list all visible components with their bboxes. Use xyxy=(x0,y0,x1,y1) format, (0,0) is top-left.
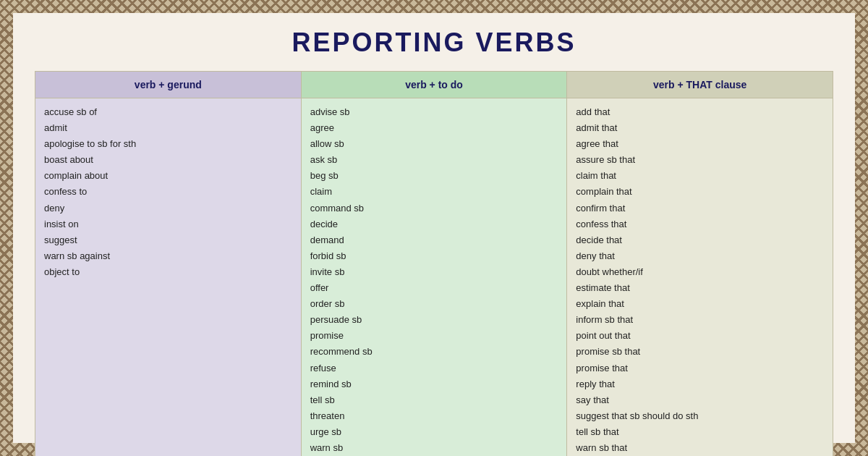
list-item: admit that xyxy=(576,120,824,136)
col-header-gerund: verb + gerund xyxy=(35,72,301,98)
list-item: doubt whether/if xyxy=(576,264,824,280)
list-item: complain about xyxy=(44,168,292,184)
list-item: agree xyxy=(310,120,558,136)
list-item: offer xyxy=(310,280,558,296)
col-body-gerund: accuse sb ofadmitapologise to sb for sth… xyxy=(35,98,301,456)
list-item: promise that xyxy=(576,360,824,376)
list-item: accuse sb of xyxy=(44,104,292,120)
list-item: advise sb xyxy=(310,104,558,120)
list-item: beg sb xyxy=(310,168,558,184)
list-item: remind sb xyxy=(310,376,558,392)
list-item: warn sb against xyxy=(44,248,292,264)
list-item: order sb xyxy=(310,296,558,312)
list-item: reply that xyxy=(576,376,824,392)
list-item: tell sb xyxy=(310,392,558,408)
col-header-that: verb + THAT clause xyxy=(567,72,833,98)
list-item: assure sb that xyxy=(576,152,824,168)
list-item: suggest xyxy=(44,232,292,248)
list-item: object to xyxy=(44,264,292,280)
list-item: deny that xyxy=(576,248,824,264)
list-item: add that xyxy=(576,104,824,120)
list-item: recommend sb xyxy=(310,344,558,360)
list-item: command sb xyxy=(310,200,558,216)
list-item: threaten xyxy=(310,408,558,424)
list-item: apologise to sb for sth xyxy=(44,136,292,152)
list-item: tell sb that xyxy=(576,424,824,440)
list-item: ask sb xyxy=(310,152,558,168)
list-item: confess that xyxy=(576,216,824,232)
list-item: confirm that xyxy=(576,200,824,216)
list-item: boast about xyxy=(44,152,292,168)
list-item: insist on xyxy=(44,216,292,232)
list-item: confess to xyxy=(44,184,292,200)
list-item: decide that xyxy=(576,232,824,248)
list-item: admit xyxy=(44,120,292,136)
col-body-that: add thatadmit thatagree thatassure sb th… xyxy=(567,98,833,456)
list-item: urge sb xyxy=(310,424,558,440)
list-item: deny xyxy=(44,200,292,216)
column-that: verb + THAT clause add thatadmit thatagr… xyxy=(567,72,833,456)
list-item: decide xyxy=(310,216,558,232)
list-item: point out that xyxy=(576,328,824,344)
list-item: warn sb that xyxy=(576,440,824,456)
list-item: forbid sb xyxy=(310,248,558,264)
list-item: invite sb xyxy=(310,264,558,280)
list-item: say that xyxy=(576,392,824,408)
list-item: demand xyxy=(310,232,558,248)
list-item: agree that xyxy=(576,136,824,152)
list-item: allow sb xyxy=(310,136,558,152)
list-item: warn sb xyxy=(310,440,558,456)
list-item: refuse xyxy=(310,360,558,376)
list-item: promise sb that xyxy=(576,344,824,360)
list-item: inform sb that xyxy=(576,312,824,328)
column-todo: verb + to do advise sbagreeallow sbask s… xyxy=(302,72,568,456)
col-body-todo: advise sbagreeallow sbask sbbeg sbclaimc… xyxy=(302,98,567,456)
list-item: complain that xyxy=(576,184,824,200)
col-header-todo: verb + to do xyxy=(302,72,567,98)
list-item: estimate that xyxy=(576,280,824,296)
page-title: REPORTING VERBS xyxy=(292,28,576,58)
list-item: claim xyxy=(310,184,558,200)
list-item: suggest that sb should do sth xyxy=(576,408,824,424)
main-table: verb + gerund accuse sb ofadmitapologise… xyxy=(35,71,833,456)
list-item: explain that xyxy=(576,296,824,312)
list-item: persuade sb xyxy=(310,312,558,328)
column-gerund: verb + gerund accuse sb ofadmitapologise… xyxy=(35,72,302,456)
list-item: claim that xyxy=(576,168,824,184)
list-item: promise xyxy=(310,328,558,344)
